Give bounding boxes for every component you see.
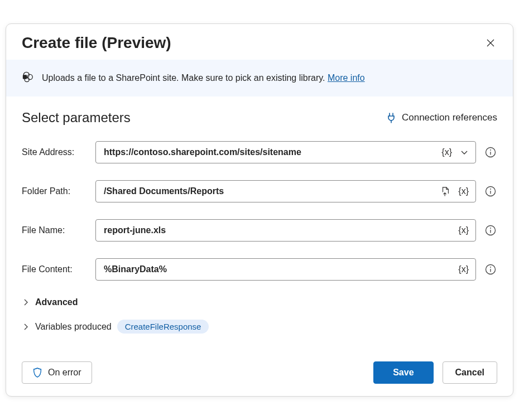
save-button[interactable]: Save — [373, 361, 433, 384]
folder-path-info[interactable] — [484, 185, 497, 198]
file-name-input[interactable]: report-june.xls {x} — [95, 219, 476, 242]
folder-path-input[interactable]: /Shared Documents/Reports {x} — [95, 180, 476, 202]
info-icon — [485, 264, 496, 275]
info-banner: S Uploads a file to a SharePoint site. M… — [6, 60, 513, 96]
file-content-label: File Content: — [22, 264, 88, 274]
param-row-file-name: File Name: report-june.xls {x} — [22, 219, 497, 242]
svg-point-6 — [490, 149, 491, 151]
variable-picker-button[interactable]: {x} — [457, 224, 470, 236]
site-address-value: https://contoso.sharepoint.com/sites/sit… — [104, 147, 440, 157]
variable-picker-button[interactable]: {x} — [457, 185, 470, 197]
create-file-dialog: Create file (Preview) S Uploads a file t… — [6, 23, 513, 397]
file-name-info[interactable] — [484, 224, 497, 237]
file-arrow-icon — [440, 186, 450, 196]
cancel-button[interactable]: Cancel — [443, 361, 497, 384]
dialog-title: Create file (Preview) — [22, 34, 171, 52]
param-row-file-content: File Content: %BinaryData% {x} — [22, 258, 497, 281]
file-content-value: %BinaryData% — [104, 264, 457, 274]
chevron-right-icon — [22, 299, 30, 306]
info-banner-message: Uploads a file to a SharePoint site. Mak… — [42, 73, 325, 83]
site-address-info[interactable] — [484, 146, 497, 159]
site-address-input[interactable]: https://contoso.sharepoint.com/sites/sit… — [95, 141, 476, 163]
svg-point-10 — [490, 228, 491, 229]
file-content-input[interactable]: %BinaryData% {x} — [95, 258, 476, 281]
file-content-info[interactable] — [484, 263, 497, 276]
info-banner-text: Uploads a file to a SharePoint site. Mak… — [42, 73, 365, 83]
dialog-footer: On error Save Cancel — [6, 351, 513, 396]
chevron-down-icon — [460, 148, 469, 157]
info-icon — [485, 186, 496, 197]
variable-picker-button[interactable]: {x} — [457, 263, 470, 276]
dropdown-button[interactable] — [459, 147, 470, 158]
dialog-titlebar: Create file (Preview) — [6, 24, 513, 60]
param-row-site-address: Site Address: https://contoso.sharepoint… — [22, 141, 497, 163]
shield-icon — [32, 367, 42, 378]
chevron-right-icon — [22, 324, 30, 330]
plug-icon — [386, 112, 396, 123]
section-header: Select parameters Connection references — [22, 110, 497, 125]
close-icon — [486, 38, 495, 47]
info-icon — [485, 147, 496, 158]
file-name-label: File Name: — [22, 225, 88, 235]
dialog-content: Select parameters Connection references … — [6, 96, 513, 351]
on-error-label: On error — [48, 368, 81, 378]
on-error-button[interactable]: On error — [22, 361, 92, 384]
section-heading: Select parameters — [22, 110, 131, 125]
svg-text:S: S — [24, 75, 26, 79]
site-address-label: Site Address: — [22, 147, 88, 157]
variable-badge[interactable]: CreateFileResponse — [117, 320, 209, 334]
close-button[interactable] — [482, 34, 499, 52]
browse-folder-button[interactable] — [439, 185, 451, 197]
svg-point-12 — [490, 267, 491, 268]
param-row-folder-path: Folder Path: /Shared Documents/Reports {… — [22, 180, 497, 202]
more-info-link[interactable]: More info — [328, 73, 365, 83]
folder-path-value: /Shared Documents/Reports — [104, 186, 439, 196]
folder-path-label: Folder Path: — [22, 186, 88, 196]
variable-picker-button[interactable]: {x} — [440, 146, 453, 158]
advanced-expander[interactable]: Advanced — [22, 297, 497, 307]
svg-point-8 — [490, 189, 491, 190]
file-name-value: report-june.xls — [104, 225, 457, 235]
info-icon — [485, 225, 496, 236]
sharepoint-icon: S — [22, 71, 34, 85]
variables-produced-expander[interactable]: Variables produced CreateFileResponse — [22, 320, 497, 334]
advanced-label: Advanced — [35, 297, 78, 307]
connection-references-button[interactable]: Connection references — [386, 112, 497, 123]
variables-produced-label: Variables produced — [35, 322, 112, 332]
connection-references-label: Connection references — [402, 112, 497, 123]
